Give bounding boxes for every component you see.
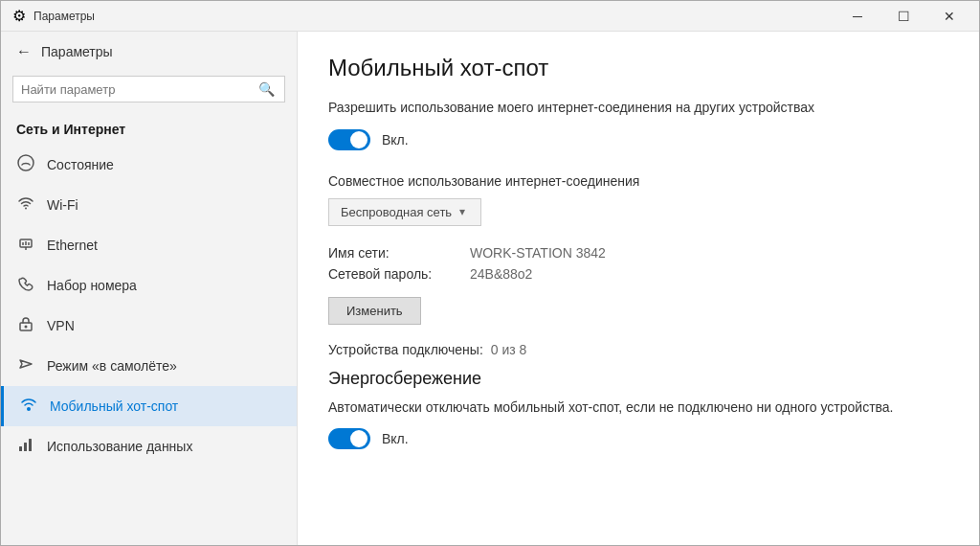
titlebar-controls: ─ ☐ ✕ <box>835 1 971 32</box>
back-label: Параметры <box>41 44 113 59</box>
wifi-label: Wi-Fi <box>47 197 78 213</box>
hotspot-label: Мобильный хот-спот <box>50 398 178 414</box>
titlebar-title: Параметры <box>33 10 95 23</box>
wifi-icon <box>16 194 35 216</box>
titlebar-left: ⚙ Параметры <box>12 7 95 25</box>
energy-heading: Энергосбережение <box>328 369 948 389</box>
toggle-description: Разрешить использование моего интернет-с… <box>328 99 948 118</box>
nabor-icon <box>16 275 35 296</box>
change-button[interactable]: Изменить <box>328 297 421 325</box>
svg-rect-10 <box>19 446 22 451</box>
subsection-title: Совместное использование интернет-соедин… <box>328 173 948 189</box>
content-area: Мобильный хот-спот Разрешить использован… <box>298 32 979 545</box>
sidebar-item-vpn[interactable]: VPN <box>1 306 297 346</box>
energy-toggle-knob <box>350 430 368 447</box>
devices-row: Устройства подключены: 0 из 8 <box>328 342 948 357</box>
energy-toggle[interactable] <box>328 428 370 449</box>
sidebar-section-title: Сеть и Интернет <box>1 114 297 145</box>
network-pass-value: 24B&88o2 <box>470 266 532 282</box>
settings-icon: ⚙ <box>12 7 26 25</box>
ethernet-label: Ethernet <box>47 238 98 253</box>
network-name-value: WORK-STATION 3842 <box>470 245 606 261</box>
svg-point-8 <box>25 326 28 329</box>
network-pass-label: Сетевой пароль: <box>328 266 462 282</box>
sidebar: ← Параметры 🔍 Сеть и Интернет Состояние <box>1 32 298 545</box>
data-usage-label: Использование данных <box>47 439 192 454</box>
search-button[interactable]: 🔍 <box>256 81 277 97</box>
sidebar-item-nabor[interactable]: Набор номера <box>1 265 297 306</box>
sidebar-item-ethernet[interactable]: Ethernet <box>1 225 297 265</box>
data-usage-icon <box>16 436 35 457</box>
ethernet-icon <box>16 235 35 256</box>
network-name-label: Имя сети: <box>328 245 462 261</box>
chevron-down-icon: ▾ <box>459 205 465 218</box>
vpn-label: VPN <box>47 318 75 333</box>
sidebar-item-samolet[interactable]: Режим «в самолёте» <box>1 346 297 386</box>
energy-desc: Автоматически отключать мобильный хот-сп… <box>328 398 948 418</box>
main-toggle-row: Вкл. <box>328 129 948 150</box>
svg-point-1 <box>25 208 27 210</box>
sidebar-item-hotspot[interactable]: Мобильный хот-спот <box>1 386 297 426</box>
maximize-button[interactable]: ☐ <box>881 1 925 32</box>
search-box: 🔍 <box>12 76 285 102</box>
sidebar-item-sostoyanie[interactable]: Состояние <box>1 145 297 185</box>
back-button[interactable]: ← Параметры <box>1 32 297 72</box>
svg-point-9 <box>27 407 31 411</box>
search-input[interactable] <box>21 82 256 97</box>
sostoyanie-icon <box>16 154 35 175</box>
svg-rect-11 <box>24 443 27 451</box>
main-toggle[interactable] <box>328 129 370 150</box>
settings-window: ⚙ Параметры ─ ☐ ✕ ← Параметры 🔍 Сеть и И… <box>0 0 980 546</box>
connection-dropdown[interactable]: Беспроводная сеть ▾ <box>328 198 481 226</box>
page-title: Мобильный хот-спот <box>328 55 948 81</box>
devices-value: 0 из 8 <box>491 342 527 357</box>
network-name-row: Имя сети: WORK-STATION 3842 <box>328 245 948 261</box>
vpn-icon <box>16 315 35 336</box>
main-toggle-label: Вкл. <box>382 132 409 148</box>
sidebar-item-wifi[interactable]: Wi-Fi <box>1 185 297 225</box>
energy-toggle-label: Вкл. <box>382 431 409 446</box>
svg-rect-12 <box>29 439 32 451</box>
back-arrow-icon: ← <box>16 43 32 60</box>
samolet-label: Режим «в самолёте» <box>47 358 177 374</box>
main-content: ← Параметры 🔍 Сеть и Интернет Состояние <box>1 32 979 545</box>
hotspot-icon <box>19 396 38 417</box>
titlebar: ⚙ Параметры ─ ☐ ✕ <box>1 1 979 32</box>
nabor-label: Набор номера <box>47 278 137 293</box>
dropdown-value: Беспроводная сеть <box>341 205 452 219</box>
samolet-icon <box>16 355 35 376</box>
minimize-button[interactable]: ─ <box>835 1 880 32</box>
close-button[interactable]: ✕ <box>927 1 971 32</box>
sidebar-item-data-usage[interactable]: Использование данных <box>1 426 297 466</box>
energy-toggle-row: Вкл. <box>328 428 948 449</box>
network-pass-row: Сетевой пароль: 24B&88o2 <box>328 266 948 282</box>
toggle-knob <box>350 131 368 148</box>
sostoyanie-label: Состояние <box>47 157 114 172</box>
devices-label: Устройства подключены: <box>328 342 483 357</box>
